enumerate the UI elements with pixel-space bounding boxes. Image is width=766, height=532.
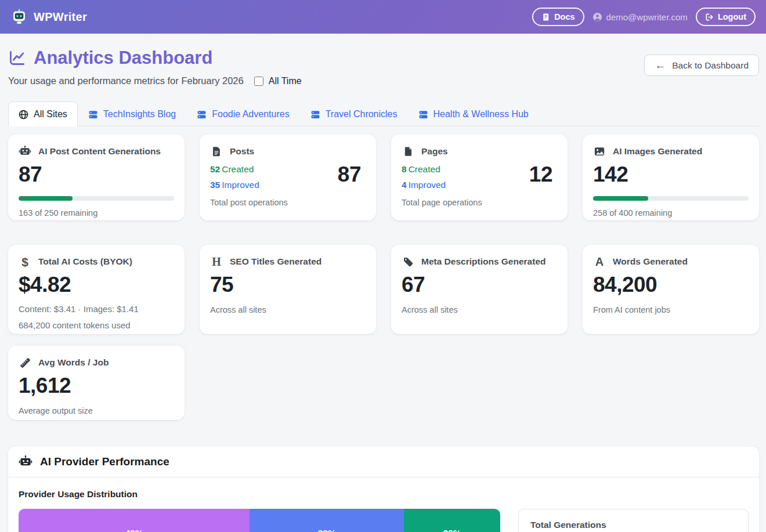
card-caption: Across all sites xyxy=(402,305,557,314)
image-icon xyxy=(593,145,606,158)
distribution-segment-2: 32% xyxy=(250,509,404,532)
provider-distribution-bar: 48% 32% 20% xyxy=(19,509,500,532)
tab-all-sites[interactable]: All Sites xyxy=(8,102,78,126)
posts-created-stat: 52Created xyxy=(210,164,259,175)
distribution-label: Provider Usage Distribution xyxy=(19,489,749,500)
site-stack-icon xyxy=(197,110,207,120)
page-header: Analytics Dashboard Your usage and perfo… xyxy=(8,48,759,86)
tab-techinsights-blog[interactable]: TechInsights Blog xyxy=(78,102,186,126)
stats-row-2: $ Total AI Costs (BYOK) $4.82 Content: $… xyxy=(8,245,759,334)
all-time-label: All Time xyxy=(269,76,302,86)
globe-icon xyxy=(19,110,28,120)
card-title: Avg Words / Job xyxy=(38,357,109,368)
quota-caption: 258 of 400 remaining xyxy=(593,208,749,218)
page-subtitle: Your usage and performance metrics for F… xyxy=(8,75,244,86)
pages-improved-stat: 4Improved xyxy=(402,180,446,190)
page-content: Analytics Dashboard Your usage and perfo… xyxy=(0,34,766,532)
card-value: 142 xyxy=(593,162,749,187)
site-tabs: All Sites TechInsights Blog xyxy=(8,102,759,126)
card-value: $4.82 xyxy=(19,273,174,298)
pages-caption: Total page operations xyxy=(402,198,557,207)
card-words-generated: A Words Generated 84,200 From AI content… xyxy=(583,245,759,334)
card-value: 75 xyxy=(210,273,366,298)
person-icon xyxy=(592,12,602,22)
docs-button[interactable]: Docs xyxy=(532,8,584,26)
card-title: Posts xyxy=(230,146,254,157)
card-value: 1,612 xyxy=(19,374,174,399)
dollar-icon: $ xyxy=(19,255,31,268)
total-generations-label: Total Generations xyxy=(530,520,736,530)
tab-health-wellness-hub[interactable]: Health & Wellness Hub xyxy=(408,102,539,126)
card-value: 87 xyxy=(19,162,174,187)
card-title: AI Post Content Generations xyxy=(38,146,161,157)
wpwriter-robot-logo-icon xyxy=(10,8,28,26)
navbar-actions: Docs demo@wpwriter.com xyxy=(532,8,756,26)
robot-icon xyxy=(19,455,32,469)
line-chart-icon xyxy=(8,49,26,67)
posts-total: 87 xyxy=(338,162,366,187)
card-pages: Pages 8Created 4Improved 12 Total page o… xyxy=(391,135,568,220)
posts-caption: Total post operations xyxy=(210,198,366,207)
quota-progress-bar xyxy=(19,196,174,201)
card-caption: Average output size xyxy=(19,406,174,415)
pages-created-stat: 8Created xyxy=(402,164,446,175)
distribution-segment-3: 20% xyxy=(404,509,500,532)
card-value: 67 xyxy=(402,273,557,298)
card-title: SEO Titles Generated xyxy=(230,256,321,267)
page-title: Analytics Dashboard xyxy=(8,48,302,68)
distribution-segment-1: 48% xyxy=(19,509,250,532)
card-ai-post-generations: AI Post Content Generations 87 163 of 25… xyxy=(8,135,185,220)
site-stack-icon xyxy=(88,110,98,120)
brand[interactable]: WPWriter xyxy=(10,8,87,26)
card-caption: Across all sites xyxy=(210,305,366,314)
file-icon xyxy=(402,145,414,158)
posts-improved-stat: 35Improved xyxy=(210,180,259,190)
pages-total: 12 xyxy=(529,162,557,187)
ai-provider-performance-panel: AI Provider Performance Provider Usage D… xyxy=(8,447,759,532)
quota-caption: 163 of 250 remaining xyxy=(19,208,174,218)
arrow-left-icon: ← xyxy=(655,60,666,71)
card-title: Meta Descriptions Generated xyxy=(421,256,545,267)
card-title: Total AI Costs (BYOK) xyxy=(38,256,132,267)
card-title: Words Generated xyxy=(613,256,688,267)
quota-progress-fill xyxy=(19,196,73,201)
stats-row-3: Avg Words / Job 1,612 Average output siz… xyxy=(8,346,759,420)
logout-button[interactable]: Logout xyxy=(696,8,756,26)
card-posts: Posts 52Created 35Improved 87 Total post… xyxy=(200,135,376,220)
ruler-icon xyxy=(19,356,31,369)
file-text-icon xyxy=(210,145,223,158)
brand-name: WPWriter xyxy=(34,10,87,24)
cost-breakdown: Content: $3.41 · Images: $1.41 xyxy=(19,304,174,314)
all-time-checkbox[interactable] xyxy=(254,77,263,86)
user-email: demo@wpwriter.com xyxy=(592,12,688,22)
card-avg-words-per-job: Avg Words / Job 1,612 Average output siz… xyxy=(8,346,185,420)
card-caption: From AI content jobs xyxy=(593,305,749,314)
back-to-dashboard-button[interactable]: ← Back to Dashboard xyxy=(644,55,759,76)
card-title: AI Images Generated xyxy=(613,146,702,157)
card-total-ai-costs: $ Total AI Costs (BYOK) $4.82 Content: $… xyxy=(8,245,185,334)
card-seo-titles: H SEO Titles Generated 75 Across all sit… xyxy=(200,245,376,334)
panel-header: AI Provider Performance xyxy=(8,447,759,477)
tab-foodie-adventures[interactable]: Foodie Adventures xyxy=(186,102,299,126)
tag-icon xyxy=(402,255,414,268)
site-stack-icon xyxy=(310,110,320,120)
tab-travel-chronicles[interactable]: Travel Chronicles xyxy=(300,102,408,126)
logout-icon xyxy=(705,13,714,21)
tokens-used: 684,200 content tokens used xyxy=(19,320,174,330)
top-navbar: WPWriter Docs xyxy=(0,0,766,34)
card-title: Pages xyxy=(421,146,448,157)
quota-progress-fill xyxy=(593,196,648,201)
panel-title: AI Provider Performance xyxy=(40,455,169,468)
type-icon: A xyxy=(593,255,606,268)
total-generations-card: Total Generations 87 xyxy=(518,509,749,532)
stats-row-1: AI Post Content Generations 87 163 of 25… xyxy=(8,135,759,220)
robot-icon xyxy=(19,145,31,158)
site-stack-icon xyxy=(418,110,428,120)
card-value: 84,200 xyxy=(593,273,749,298)
book-icon xyxy=(541,13,550,21)
heading-icon: H xyxy=(210,255,223,268)
all-time-toggle[interactable]: All Time xyxy=(254,76,302,86)
card-ai-images: AI Images Generated 142 258 of 400 remai… xyxy=(583,135,759,220)
card-meta-descriptions: Meta Descriptions Generated 67 Across al… xyxy=(391,245,568,334)
quota-progress-bar xyxy=(593,196,749,201)
